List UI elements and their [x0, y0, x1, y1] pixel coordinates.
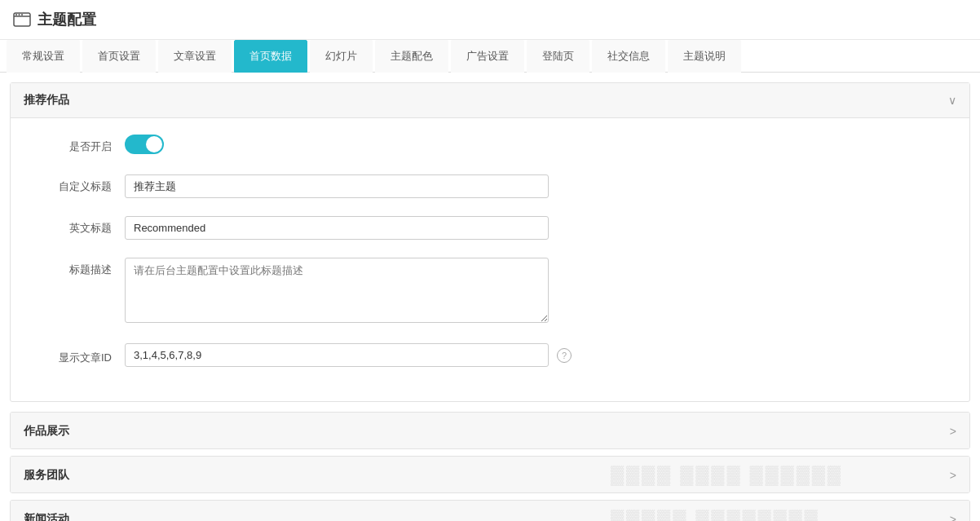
tab-login[interactable]: 登陆页 [527, 40, 589, 73]
page-header: 主题配置 [0, 0, 980, 40]
tab-slideshow[interactable]: 幻灯片 [310, 40, 373, 73]
custom-title-input[interactable] [125, 174, 549, 198]
tab-theme-color[interactable]: 主题配色 [375, 40, 448, 73]
news-section-title: 新闻活动 [24, 512, 69, 521]
custom-title-row: 自定义标题 [11, 174, 969, 198]
desc-label: 标题描述 [27, 258, 125, 277]
toggle-slider [125, 135, 164, 154]
en-title-label: 英文标题 [27, 216, 125, 236]
custom-title-label: 自定义标题 [27, 174, 125, 194]
toggle-wrap [125, 135, 549, 157]
team-watermark-wrap: ▓▓▓▓ ▓▓▓▓ ▓▓▓▓▓▓ [611, 457, 937, 492]
artwork-section-title: 作品展示 [24, 424, 69, 439]
news-watermark-wrap: ▓▓▓▓▓ ▓▓▓▓▓▓▓▓ [611, 501, 937, 521]
news-section-header[interactable]: 新闻活动 ▓▓▓▓▓ ▓▓▓▓▓▓▓▓ > [11, 501, 969, 521]
news-watermark-text: ▓▓▓▓▓ ▓▓▓▓▓▓▓▓ [611, 508, 820, 521]
article-id-wrap [125, 343, 549, 367]
tabs-bar: 常规设置 首页设置 文章设置 首页数据 幻灯片 主题配色 广告设置 登陆页 社交… [0, 40, 980, 73]
news-chevron-icon: > [950, 513, 956, 521]
team-section: 服务团队 ▓▓▓▓ ▓▓▓▓ ▓▓▓▓▓▓ > [10, 456, 970, 493]
team-section-header[interactable]: 服务团队 ▓▓▓▓ ▓▓▓▓ ▓▓▓▓▓▓ > [11, 457, 969, 493]
desc-textarea[interactable] [125, 258, 549, 323]
svg-point-2 [15, 14, 17, 15]
tab-general[interactable]: 常规设置 [7, 40, 80, 73]
enable-toggle[interactable] [125, 135, 164, 154]
tab-ad[interactable]: 广告设置 [451, 40, 524, 73]
page-title: 主题配置 [38, 10, 96, 29]
toggle-row: 是否开启 [11, 135, 969, 157]
tab-social[interactable]: 社交信息 [592, 40, 665, 73]
custom-title-wrap [125, 174, 549, 198]
page-wrapper: 主题配置 常规设置 首页设置 文章设置 首页数据 幻灯片 主题配色 广告设置 登… [0, 0, 980, 521]
article-id-row: 显示文章ID ? [11, 343, 969, 367]
en-title-row: 英文标题 [11, 216, 969, 240]
team-watermark-text: ▓▓▓▓ ▓▓▓▓ ▓▓▓▓▓▓ [611, 464, 843, 485]
recommended-section-title: 推荐作品 [24, 93, 69, 108]
toggle-label: 是否开启 [27, 135, 125, 154]
artwork-section-header[interactable]: 作品展示 > [11, 413, 969, 449]
desc-wrap [125, 258, 549, 325]
recommended-chevron-icon: ∨ [948, 94, 956, 107]
article-id-input[interactable] [125, 343, 549, 367]
recommended-section-body: 是否开启 自定义标题 英文标题 [11, 118, 969, 401]
tab-home-settings[interactable]: 首页设置 [82, 40, 156, 73]
tab-theme-desc[interactable]: 主题说明 [668, 40, 741, 73]
help-icon[interactable]: ? [557, 348, 572, 363]
news-section: 新闻活动 ▓▓▓▓▓ ▓▓▓▓▓▓▓▓ > [10, 500, 970, 521]
desc-row: 标题描述 [11, 258, 969, 325]
team-chevron-icon: > [950, 469, 956, 482]
recommended-section: 推荐作品 ∨ 是否开启 自定义标题 [10, 82, 970, 402]
article-id-label: 显示文章ID [27, 346, 125, 365]
tab-article[interactable]: 文章设置 [158, 40, 232, 73]
en-title-wrap [125, 216, 549, 240]
recommended-section-header[interactable]: 推荐作品 ∨ [11, 83, 969, 118]
artwork-chevron-icon: > [950, 425, 956, 438]
tab-home-data[interactable]: 首页数据 [234, 40, 307, 73]
svg-point-4 [21, 14, 23, 15]
artwork-section: 作品展示 > [10, 412, 970, 449]
team-section-title: 服务团队 [24, 468, 69, 483]
svg-point-3 [19, 14, 20, 15]
en-title-input[interactable] [125, 216, 549, 240]
theme-icon [13, 12, 31, 27]
